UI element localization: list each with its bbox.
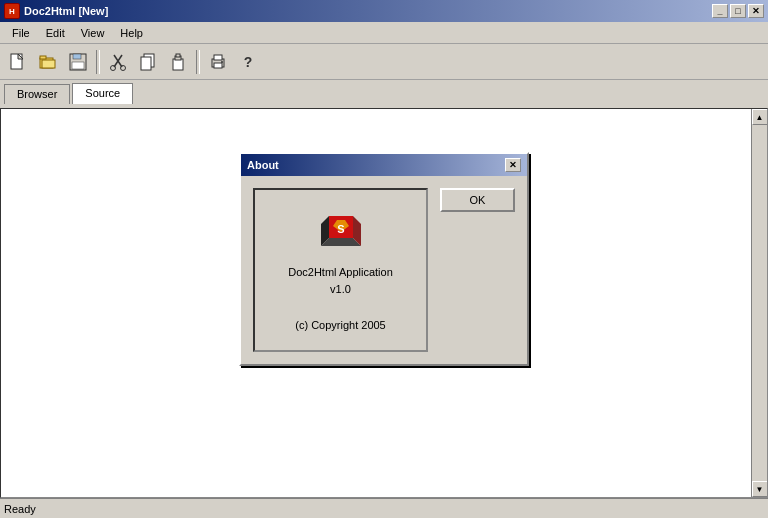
dialog-title-text: About	[247, 159, 279, 171]
dialog-title-bar: About ✕	[241, 154, 527, 176]
dialog-buttons: OK	[440, 188, 515, 220]
svg-text:S: S	[337, 223, 344, 235]
app-copyright: (c) Copyright 2005	[288, 317, 393, 335]
dialog-close-button[interactable]: ✕	[505, 158, 521, 172]
dialog-content: S Doc2Html Application v1.0 (c) Copyrigh…	[241, 176, 527, 364]
app-logo: S	[317, 206, 365, 254]
app-version: v1.0	[288, 281, 393, 299]
app-name: Doc2Html Application	[288, 264, 393, 282]
about-dialog: About ✕	[239, 152, 529, 366]
app-description: Doc2Html Application v1.0 (c) Copyright …	[288, 264, 393, 334]
dialog-overlay: About ✕	[0, 0, 768, 518]
app-logo-svg: S	[317, 206, 365, 254]
ok-button[interactable]: OK	[440, 188, 515, 212]
app-info-box: S Doc2Html Application v1.0 (c) Copyrigh…	[253, 188, 428, 352]
